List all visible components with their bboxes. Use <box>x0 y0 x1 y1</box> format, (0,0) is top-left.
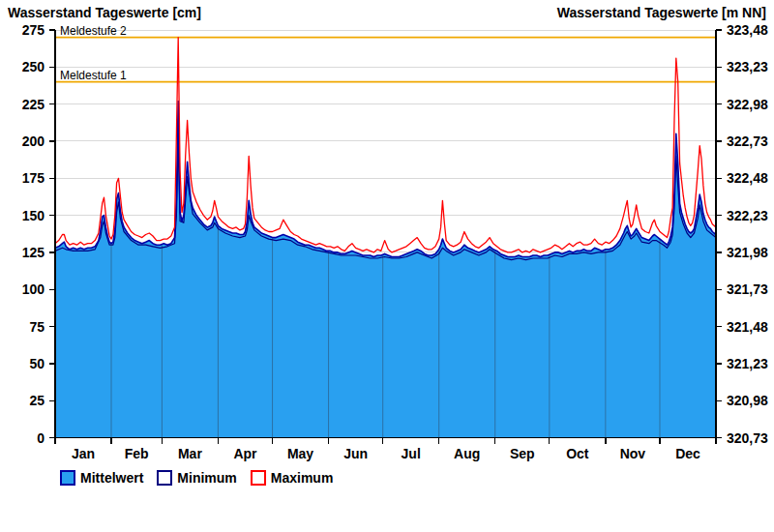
chart-legend: MittelwertMinimumMaximum <box>60 470 346 486</box>
month-label: Dec <box>675 446 700 461</box>
right-tick-label: 321,48 <box>727 319 768 335</box>
legend-item-maximum: Maximum <box>251 470 334 486</box>
legend-swatch-icon <box>60 470 75 486</box>
right-tick-label: 321,98 <box>727 245 768 260</box>
month-label: Feb <box>125 446 149 461</box>
month-label: May <box>287 446 313 461</box>
legend-label: Mittelwert <box>80 470 143 486</box>
month-label: Apr <box>233 446 257 461</box>
right-tick-label: 320,73 <box>727 430 768 446</box>
month-label: Oct <box>566 446 589 461</box>
left-tick-label: 75 <box>29 319 45 335</box>
legend-label: Minimum <box>177 470 236 486</box>
right-tick-label: 321,73 <box>727 281 768 297</box>
left-tick-label: 225 <box>22 97 45 112</box>
left-tick-label: 50 <box>29 356 45 371</box>
left-tick-label: 25 <box>29 393 45 408</box>
left-tick-label: 150 <box>22 208 45 223</box>
left-tick-label: 125 <box>22 245 45 260</box>
right-tick-label: 323,23 <box>727 59 768 74</box>
mean-area <box>55 102 716 438</box>
month-label: Mar <box>178 446 202 461</box>
right-tick-label: 322,73 <box>727 133 768 149</box>
right-tick-label: 322,23 <box>727 208 768 223</box>
left-tick-label: 100 <box>22 281 45 297</box>
month-label: Jul <box>402 446 421 461</box>
legend-swatch-icon <box>157 470 172 486</box>
left-tick-label: 175 <box>22 170 45 186</box>
legend-swatch-icon <box>251 470 266 486</box>
month-label: Jun <box>343 446 368 461</box>
legend-item-minimum: Minimum <box>157 470 236 486</box>
right-tick-label: 322,48 <box>727 170 768 186</box>
month-label: Jan <box>72 446 95 461</box>
month-label: Sep <box>510 446 535 461</box>
month-label: Aug <box>454 446 480 461</box>
left-tick-label: 0 <box>37 430 45 446</box>
threshold-label: Meldestufe 1 <box>60 69 127 82</box>
legend-label: Maximum <box>271 470 334 486</box>
maximum-line <box>55 38 716 252</box>
right-tick-label: 323,48 <box>727 22 768 38</box>
mean-line <box>55 102 716 257</box>
water-level-chart: Meldestufe 2Meldestufe 10255075100125150… <box>0 0 774 532</box>
right-tick-label: 322,98 <box>727 97 768 112</box>
right-tick-label: 321,23 <box>727 356 768 371</box>
right-tick-label: 320,98 <box>727 393 768 408</box>
month-label: Nov <box>620 446 646 461</box>
legend-item-mittelwert: Mittelwert <box>60 470 143 486</box>
threshold-label: Meldestufe 2 <box>60 24 127 38</box>
left-tick-label: 250 <box>22 59 45 74</box>
left-tick-label: 200 <box>22 133 45 149</box>
left-tick-label: 275 <box>22 22 45 38</box>
